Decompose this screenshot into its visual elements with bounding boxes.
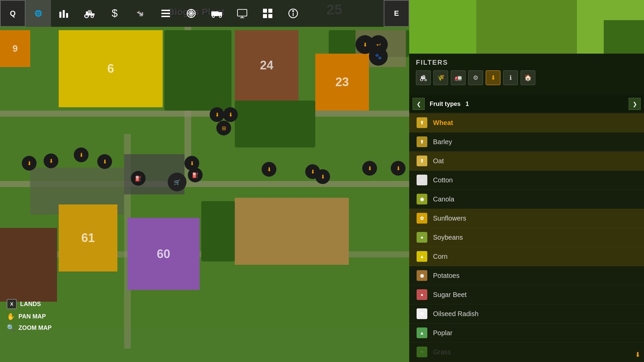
filters-section: FILTERS 🌾 🚛 ⚙ ⬇ ℹ 🏠 [409,54,644,95]
nav-globe-button[interactable]: 🌐 [25,0,51,27]
e-button[interactable]: E [384,0,409,27]
fruit-icon-cotton: ○ [416,174,428,186]
field-60[interactable]: 60 [127,218,200,290]
top-navigation: Q 🌐 $ 🐄 [0,0,409,27]
fruit-name-wheat: Wheat [433,119,453,127]
field-24[interactable]: 24 [235,30,299,101]
fruit-item-wheat[interactable]: ⬆Wheat [409,113,644,132]
shop-icon[interactable]: 🛒 [168,173,186,191]
nav-dollar-button[interactable]: $ [102,0,127,27]
svg-rect-21 [211,11,219,16]
svg-point-16 [190,12,192,14]
field-tan[interactable] [235,198,349,265]
lands-key: X [7,299,17,309]
fruit-name-oilseed_radish: Oilseed Radish [433,310,479,318]
fruit-item-sugar_beet[interactable]: ●Sugar Beet [409,285,644,304]
biomass-icon-8[interactable]: ⬇ [315,169,330,184]
fruit-item-barley[interactable]: ⬆Barley [409,132,644,152]
svg-point-54 [421,79,423,81]
svg-point-56 [425,80,426,81]
zoom-map-label: ZOOM MAP [18,324,52,331]
biomass-icon-6[interactable]: ⬇ [262,162,276,177]
pan-map-label: PAN MAP [18,313,46,320]
nav-truck-button[interactable] [204,0,229,27]
fruit-types-nav: ❮ Fruit types 1 ❯ [409,95,644,113]
fruit-item-oat[interactable]: ⬆Oat [409,152,644,171]
bottom-left-controls: X LANDS ✋ PAN MAP 🔍 ZOOM MAP [7,299,52,335]
fruit-name-potatoes: Potatoes [433,272,460,280]
pan-map-button[interactable]: ✋ PAN MAP [7,312,52,320]
filter-gear[interactable]: ⚙ [468,70,483,85]
biomass-icon-4[interactable]: ⬇ [97,154,112,169]
pump-icon[interactable]: ⛽ [131,171,146,186]
nav-monitor-button[interactable] [229,0,255,27]
filter-harvester[interactable]: 🌾 [433,70,448,85]
svg-rect-9 [92,13,95,15]
fruit-types-label: Fruit types 1 [425,101,629,108]
q-button[interactable]: Q [0,0,25,27]
svg-rect-11 [161,10,170,11]
fruit-name-sunflowers: Sunflowers [433,215,466,222]
biomass-icon-1[interactable]: ⬇ [74,147,89,162]
filter-home[interactable]: 🏠 [521,70,535,85]
zoom-map-button[interactable]: 🔍 ZOOM MAP [7,324,52,332]
field-9[interactable]: 9 [0,30,30,67]
filter-truck[interactable]: 🚛 [451,70,466,85]
svg-rect-32 [268,14,272,18]
biomass-icon-3[interactable]: ⬇ [22,156,37,171]
fruit-item-corn[interactable]: ▲Corn [409,247,644,266]
download-icon-1[interactable]: ⬇ [210,107,224,122]
fruit-icon-barley: ⬆ [416,136,428,148]
map-area[interactable]: Q 🌐 $ 🐄 [0,0,409,362]
filter-tractor[interactable] [416,70,431,85]
svg-rect-8 [88,10,91,13]
field-24-label: 24 [260,58,273,72]
download-icon-2[interactable]: ⬇ [223,107,238,122]
field-dark-brown[interactable] [0,228,57,302]
fruit-icon-oilseed_radish: ✿ [416,308,428,320]
fruit-types-next[interactable]: ❯ [629,98,641,110]
fruit-icon-sugar_beet: ● [416,289,428,301]
field-6[interactable]: 6 [59,30,163,107]
fruit-list[interactable]: ⬆Wheat⬆Barley⬆Oat○Cotton◉Canola✿Sunflowe… [409,113,644,362]
nav-tractor-button[interactable] [76,0,102,27]
fruit-item-cotton[interactable]: ○Cotton [409,171,644,190]
nav-info-button[interactable] [280,0,306,27]
download-icon-3[interactable]: ⊞ [216,121,231,135]
biomass-icon-2[interactable]: ⬇ [44,154,58,168]
nav-list-button[interactable] [153,0,178,27]
svg-point-35 [293,11,294,12]
filter-info[interactable]: ℹ [503,70,518,85]
fruit-item-oilseed_radish[interactable]: ✿Oilseed Radish [409,304,644,323]
fruit-types-prev[interactable]: ❮ [413,98,425,110]
biomass-icon-9[interactable]: ⬇ [362,161,377,176]
field-23[interactable]: 23 [315,54,369,111]
cluster-icon-3[interactable]: 🐾 [369,47,388,66]
svg-rect-1 [63,10,65,18]
fruit-item-poplar[interactable]: ▲Poplar [409,323,644,343]
fruit-name-oat: Oat [433,157,444,165]
svg-text:$: $ [112,7,118,19]
svg-rect-12 [161,13,170,14]
zoom-icon: 🔍 [7,324,15,332]
nav-cow-button[interactable]: 🐄 [127,0,153,27]
field-61[interactable]: 61 [59,204,117,272]
fruit-item-potatoes[interactable]: ◉Potatoes [409,266,644,285]
fuel-icon[interactable]: ⛽ [188,168,203,182]
nav-grid-button[interactable] [255,0,280,27]
filter-icons: 🌾 🚛 ⚙ ⬇ ℹ 🏠 [416,70,637,85]
biomass-icon-10[interactable]: ⬇ [391,161,406,176]
fruit-item-sunflowers[interactable]: ✿Sunflowers [409,209,644,228]
fruit-item-canola[interactable]: ◉Canola [409,190,644,209]
nav-chart-button[interactable] [51,0,76,27]
field-60-label: 60 [157,247,170,261]
fruit-name-cotton: Cotton [433,176,453,184]
filter-download[interactable]: ⬇ [486,70,500,85]
fruit-item-soybeans[interactable]: ●Soybeans [409,228,644,247]
lands-button[interactable]: X LANDS [7,299,52,309]
pan-icon: ✋ [7,312,15,320]
nav-target-button[interactable] [178,0,204,27]
filters-title: FILTERS [416,59,637,66]
svg-rect-30 [268,9,272,13]
svg-rect-58 [423,75,425,77]
